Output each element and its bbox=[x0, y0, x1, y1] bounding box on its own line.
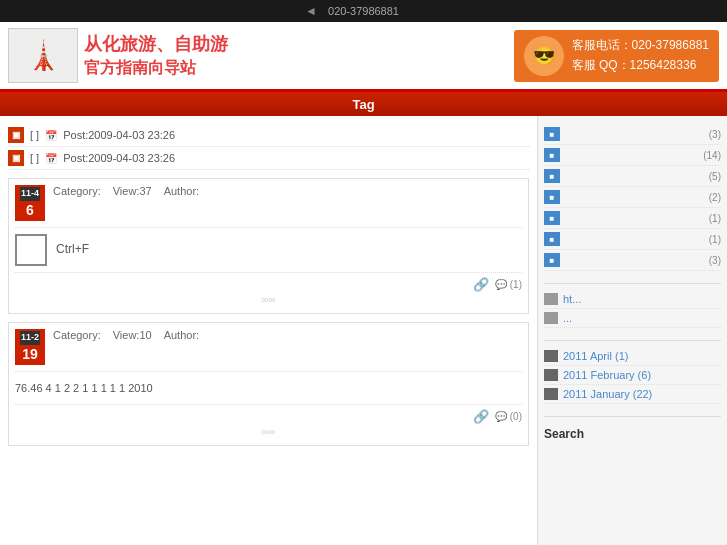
sidebar-item-4[interactable]: ■ (1) bbox=[544, 208, 721, 229]
sidebar-archive-link-0[interactable]: 2011 April (1) bbox=[544, 347, 721, 366]
archive-thumb-icon-1 bbox=[544, 312, 558, 324]
archive-link-icon-1 bbox=[544, 369, 558, 381]
post-bracket-1: [ ] bbox=[30, 129, 39, 141]
post-footer-1: 🔗 💬 (1) bbox=[15, 277, 522, 292]
top-bar-arrow[interactable]: ◄ bbox=[305, 4, 317, 18]
logo-title: 从化旅游、自助游 bbox=[84, 32, 228, 56]
sidebar-count-1: (14) bbox=[703, 150, 721, 161]
post-card-1-header: 11-4 6 Category: View:37 Author: bbox=[15, 185, 522, 221]
post-month-1: 11-4 bbox=[20, 187, 40, 201]
sidebar-item-1[interactable]: ■ (14) bbox=[544, 145, 721, 166]
sidebar-divider-3 bbox=[544, 416, 721, 417]
post-category-1: Category: bbox=[53, 185, 101, 197]
main-layout: ▣ [ ] 📅 Post:2009-04-03 23:26 ▣ [ ] 📅 Po… bbox=[0, 116, 727, 545]
post-small-1: ▣ [ ] 📅 Post:2009-04-03 23:26 bbox=[8, 124, 529, 147]
post-author-2: Author: bbox=[164, 329, 199, 341]
content-area: ▣ [ ] 📅 Post:2009-04-03 23:26 ▣ [ ] 📅 Po… bbox=[0, 116, 537, 545]
post-footer-2: 🔗 💬 (0) bbox=[15, 409, 522, 424]
post-numbers: 76.46 4 1 2 2 1 1 1 1 1 2010 bbox=[15, 378, 522, 398]
sidebar-count-5: (1) bbox=[709, 234, 721, 245]
header-contact-info: 客服电话：020-37986881 客服 QQ：1256428336 bbox=[572, 36, 709, 74]
top-bar-phone: 020-37986881 bbox=[328, 5, 399, 17]
post-view-1: View:37 bbox=[113, 185, 152, 197]
sidebar-item-5[interactable]: ■ (1) bbox=[544, 229, 721, 250]
sidebar-cat-icon-4: ■ bbox=[544, 211, 560, 225]
sidebar-count-6: (3) bbox=[709, 255, 721, 266]
qq-label: 客服 QQ：1256428336 bbox=[572, 56, 709, 75]
post-card-1: 11-4 6 Category: View:37 Author: Ctrl+F … bbox=[8, 178, 529, 314]
post-date-badge-2: 11-2 19 bbox=[15, 329, 45, 365]
comment-icon-2: 💬 bbox=[495, 411, 507, 422]
sidebar-item-0[interactable]: ■ (3) bbox=[544, 124, 721, 145]
post-date-1: Post:2009-04-03 23:26 bbox=[63, 129, 175, 141]
post-meta-2: Category: View:10 Author: bbox=[53, 329, 199, 341]
logo-image: 🗼 bbox=[8, 28, 78, 83]
sidebar-archive-link-2[interactable]: 2011 January (22) bbox=[544, 385, 721, 404]
post-day-2: 19 bbox=[20, 345, 40, 363]
sidebar-archive-link-1[interactable]: 2011 February (6) bbox=[544, 366, 721, 385]
post-author-1: Author: bbox=[164, 185, 199, 197]
archive-thumb-icon-0 bbox=[544, 293, 558, 305]
post-meta-1: Category: View:37 Author: bbox=[53, 185, 199, 197]
archive-thumb-label-1: ... bbox=[563, 312, 572, 324]
logo-area: 🗼 从化旅游、自助游 官方指南向导站 bbox=[8, 28, 228, 83]
sidebar-divider-1 bbox=[544, 283, 721, 284]
comments-link-1[interactable]: 💬 (1) bbox=[495, 279, 522, 290]
phone-label: 客服电话：020-37986881 bbox=[572, 36, 709, 55]
link-icon-1: 🔗 bbox=[473, 277, 489, 292]
post-small-icon-2: ▣ bbox=[8, 150, 24, 166]
sidebar-archive-thumb-section: ht... ... bbox=[544, 290, 721, 328]
avatar-icon: 😎 bbox=[533, 45, 555, 67]
post-bracket-2: [ ] bbox=[30, 152, 39, 164]
archive-link-icon-0 bbox=[544, 350, 558, 362]
post-body-2: 76.46 4 1 2 2 1 1 1 1 1 2010 bbox=[15, 371, 522, 405]
comment-count-2: (0) bbox=[510, 411, 522, 422]
sidebar-cat-icon-5: ■ bbox=[544, 232, 560, 246]
post-view-2: View:10 bbox=[113, 329, 152, 341]
post-card-2-header: 11-2 19 Category: View:10 Author: bbox=[15, 329, 522, 365]
post-small-2: ▣ [ ] 📅 Post:2009-04-03 23:26 bbox=[8, 147, 529, 170]
comment-count-1: (1) bbox=[510, 279, 522, 290]
sidebar-item-2[interactable]: ■ (5) bbox=[544, 166, 721, 187]
sidebar-count-3: (2) bbox=[709, 192, 721, 203]
sidebar-cat-icon-1: ■ bbox=[544, 148, 560, 162]
logo-text: 从化旅游、自助游 官方指南向导站 bbox=[84, 32, 228, 79]
avatar: 😎 bbox=[524, 36, 564, 76]
post-date-badge-1: 11-4 6 bbox=[15, 185, 45, 221]
chain-divider-1: ∞∞ bbox=[15, 292, 522, 307]
post-small-icon-1: ▣ bbox=[8, 127, 24, 143]
sidebar-cat-icon-6: ■ bbox=[544, 253, 560, 267]
archive-link-icon-2 bbox=[544, 388, 558, 400]
archive-link-label-0: 2011 April (1) bbox=[563, 350, 628, 362]
header: 🗼 从化旅游、自助游 官方指南向导站 😎 客服电话：020-37986881 客… bbox=[0, 22, 727, 92]
archive-thumb-label-0: ht... bbox=[563, 293, 581, 305]
sidebar-archive-thumb-1[interactable]: ... bbox=[544, 309, 721, 328]
chain-divider-2: ∞∞ bbox=[15, 424, 522, 439]
sidebar-item-6[interactable]: ■ (3) bbox=[544, 250, 721, 271]
sidebar-count-4: (1) bbox=[709, 213, 721, 224]
tag-label: Tag bbox=[352, 97, 374, 112]
sidebar-search-label: Search bbox=[544, 423, 721, 443]
sidebar-cat-icon-0: ■ bbox=[544, 127, 560, 141]
post-shortcut-text: Ctrl+F bbox=[56, 242, 89, 256]
sidebar-cat-icon-2: ■ bbox=[544, 169, 560, 183]
comments-link-2[interactable]: 💬 (0) bbox=[495, 411, 522, 422]
post-card-2: 11-2 19 Category: View:10 Author: 76.46 … bbox=[8, 322, 529, 446]
post-placeholder-icon-1 bbox=[15, 234, 47, 266]
logo-tower-icon: 🗼 bbox=[26, 39, 61, 72]
link-icon-2: 🔗 bbox=[473, 409, 489, 424]
tag-bar: Tag bbox=[0, 92, 727, 116]
post-day-1: 6 bbox=[20, 201, 40, 219]
sidebar-count-0: (3) bbox=[709, 129, 721, 140]
sidebar-archive-thumb-0[interactable]: ht... bbox=[544, 290, 721, 309]
sidebar-item-3[interactable]: ■ (2) bbox=[544, 187, 721, 208]
comment-icon-1: 💬 bbox=[495, 279, 507, 290]
sidebar-divider-2 bbox=[544, 340, 721, 341]
calendar-icon-1: 📅 bbox=[45, 130, 57, 141]
sidebar-count-2: (5) bbox=[709, 171, 721, 182]
top-bar: ◄ 020-37986881 bbox=[0, 0, 727, 22]
post-month-2: 11-2 bbox=[20, 331, 40, 345]
post-body-1: Ctrl+F bbox=[15, 227, 522, 273]
archive-link-label-2: 2011 January (22) bbox=[563, 388, 652, 400]
post-date-2: Post:2009-04-03 23:26 bbox=[63, 152, 175, 164]
